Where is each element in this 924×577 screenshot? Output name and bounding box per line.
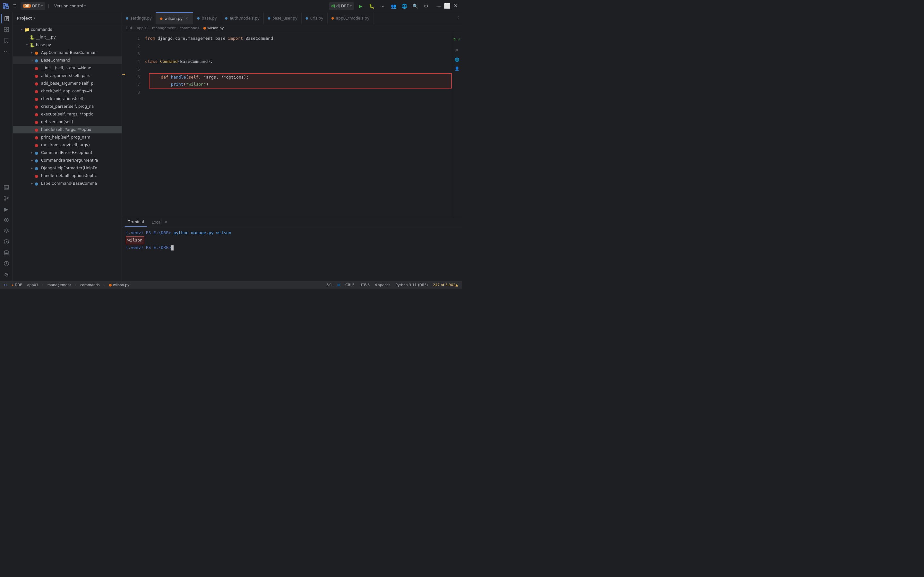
- activity-terminal[interactable]: [1, 182, 11, 192]
- tree-spacer2: ▸: [29, 173, 35, 178]
- status-os-icon[interactable]: ⊞: [336, 283, 341, 287]
- tab-urls[interactable]: ● urls.py: [302, 12, 327, 24]
- sidebar-item-handle-default[interactable]: ▸ ● handle_default_options(optic: [13, 172, 122, 180]
- svg-rect-10: [4, 30, 6, 32]
- breadcrumb-management[interactable]: management: [152, 26, 176, 30]
- status-line-ending[interactable]: CRLF: [344, 283, 355, 287]
- tab-more-button[interactable]: ⋮: [454, 15, 462, 22]
- restore-button[interactable]: ⬜: [443, 2, 451, 10]
- status-left: ↔ ▸ DRF app01 › management › commands › …: [3, 283, 131, 287]
- sidebar-item-print-help[interactable]: ● print_help(self, prog_nam: [13, 134, 122, 141]
- status-position[interactable]: 8:1: [325, 283, 334, 287]
- tab-base-user[interactable]: ● base_user.py: [264, 12, 302, 24]
- activity-run[interactable]: ▶: [1, 204, 11, 214]
- breadcrumb-drf[interactable]: DRF: [126, 26, 133, 30]
- main-area: ⋯ ▶: [0, 12, 462, 281]
- activity-packages[interactable]: [1, 215, 11, 225]
- check-icon[interactable]: ✓: [458, 37, 461, 42]
- sidebar-item-appcommand[interactable]: ▸ ● AppCommand(BaseComman: [13, 49, 122, 56]
- sidebar-item-commanderror[interactable]: ▸ ● CommandError(Exception): [13, 149, 122, 156]
- status-commands[interactable]: commands: [79, 283, 101, 287]
- collab-icon[interactable]: 👥: [389, 2, 398, 11]
- sync-icon[interactable]: ↻: [453, 37, 456, 42]
- sidebar-item-djangohelpformatter[interactable]: ▸ ● DjangoHelpFormatter(HelpFo: [13, 164, 122, 172]
- status-bar: ↔ ▸ DRF app01 › management › commands › …: [0, 281, 462, 288]
- activity-database[interactable]: [1, 248, 11, 258]
- project-selector[interactable]: DR DRF ▾: [21, 2, 45, 10]
- sidebar-item-init-method[interactable]: ● __init__(self, stdout=None: [13, 64, 122, 72]
- svg-point-24: [6, 264, 7, 265]
- settings-icon[interactable]: ⚙: [422, 2, 431, 11]
- status-indent[interactable]: 4 spaces: [373, 283, 392, 287]
- terminal-tab-label: Terminal: [128, 220, 144, 224]
- status-management[interactable]: management: [46, 283, 73, 287]
- vcs-icon[interactable]: [453, 47, 461, 55]
- tab-auth-models[interactable]: ● auth\models.py: [221, 12, 264, 24]
- sidebar-item-labelcommand[interactable]: ▸ ● LabelCommand(BaseComma: [13, 180, 122, 187]
- red-dot-icon: ●: [35, 104, 40, 109]
- sidebar-item-add-arguments[interactable]: ● add_arguments(self, pars: [13, 72, 122, 79]
- activity-git[interactable]: [1, 193, 11, 203]
- activity-bookmarks[interactable]: [1, 35, 11, 45]
- sidebar-item-basecommand[interactable]: ▾ ● BaseCommand: [13, 56, 122, 64]
- sidebar-item-label: create_parser(self, prog_na: [41, 104, 94, 109]
- sidebar-item-base[interactable]: ▾ 🐍 base.py: [13, 41, 122, 49]
- status-app01[interactable]: app01: [26, 283, 40, 287]
- status-notifications[interactable]: 247 of 3,902▲: [432, 283, 460, 287]
- user-icon[interactable]: 👤: [453, 65, 461, 73]
- search-icon[interactable]: 🔍: [411, 2, 420, 11]
- vc-selector[interactable]: Version control ▾: [52, 2, 88, 10]
- status-language[interactable]: Python 3.11 (DRF): [394, 283, 429, 287]
- red-dot-icon: ●: [35, 66, 40, 71]
- tab-app01-models[interactable]: ● app01\models.py: [327, 12, 374, 24]
- code-content[interactable]: from django.core.management.base import …: [142, 32, 452, 217]
- status-wilson[interactable]: ● wilson.py: [108, 283, 131, 287]
- breadcrumb-app01[interactable]: app01: [137, 26, 148, 30]
- sidebar-item-get-version[interactable]: ● get_version(self): [13, 118, 122, 126]
- drf-badge[interactable]: dj dj DRF ▾: [329, 2, 354, 10]
- sidebar-item-label: DjangoHelpFormatter(HelpFo: [41, 166, 97, 170]
- minimize-button[interactable]: —: [435, 2, 443, 10]
- sidebar-item-check[interactable]: ● check(self, app_configs=N: [13, 87, 122, 95]
- breadcrumb: DRF › app01 › management › commands › ● …: [122, 24, 462, 32]
- sidebar-item-check-migrations[interactable]: ● check_migrations(self): [13, 95, 122, 103]
- translate-icon[interactable]: 🌐: [400, 2, 409, 11]
- folder-icon: 📁: [24, 27, 29, 32]
- activity-deploy[interactable]: [1, 237, 11, 247]
- terminal-tab-local[interactable]: Local ✕: [148, 218, 171, 227]
- sidebar-item-handle[interactable]: ● handle(self, *args, **optio: [13, 126, 122, 134]
- svg-point-15: [5, 199, 6, 200]
- sidebar-item-create-parser[interactable]: ● create_parser(self, prog_na: [13, 103, 122, 110]
- tab-settings[interactable]: ● settings.py: [122, 12, 156, 24]
- sidebar-item-add-base-argument[interactable]: ● add_base_argument(self, p: [13, 79, 122, 87]
- breadcrumb-wilson[interactable]: ● wilson.py: [203, 26, 224, 30]
- tab-wilson[interactable]: ● wilson.py ✕: [156, 12, 193, 24]
- terminal-tab-close[interactable]: ✕: [164, 220, 168, 224]
- sidebar-item-run-from-argv[interactable]: ● run_from_argv(self, argv): [13, 141, 122, 149]
- translate-icon2[interactable]: 🌐: [453, 56, 461, 63]
- sidebar-item-commands[interactable]: ▾ 📁 commands: [13, 26, 122, 33]
- breadcrumb-commands[interactable]: commands: [180, 26, 199, 30]
- activity-structure[interactable]: [1, 24, 11, 35]
- terminal-content[interactable]: (.venv) PS E:\DRF> python manage.py wils…: [122, 227, 462, 281]
- activity-layers[interactable]: [1, 226, 11, 236]
- sidebar-item-init[interactable]: ▸ 🐍 __init__.py: [13, 33, 122, 41]
- terminal-tab-terminal[interactable]: Terminal: [124, 218, 147, 227]
- status-drf[interactable]: ▸ DRF: [11, 283, 23, 287]
- more-options-button[interactable]: ⋯: [378, 2, 387, 11]
- run-button[interactable]: ▶: [356, 2, 365, 11]
- activity-problems[interactable]: [1, 258, 11, 269]
- status-git-icon[interactable]: ↔: [3, 283, 8, 287]
- activity-settings2[interactable]: ⚙: [1, 269, 11, 280]
- activity-more[interactable]: ⋯: [1, 46, 11, 56]
- sidebar-item-execute[interactable]: ● execute(self, *args, **optic: [13, 110, 122, 118]
- hamburger-menu[interactable]: ☰: [11, 2, 19, 10]
- tab-close-wilson[interactable]: ✕: [184, 16, 189, 21]
- close-button[interactable]: ✕: [452, 2, 460, 10]
- status-encoding[interactable]: UTF-8: [358, 283, 371, 287]
- code-editor[interactable]: → 1 2 3 4 5 6 7 8 from django.core.manag…: [122, 32, 462, 217]
- tab-base[interactable]: ● base.py: [193, 12, 221, 24]
- sidebar-item-commandparser[interactable]: ▸ ● CommandParser(ArgumentPa: [13, 156, 122, 164]
- activity-explorer[interactable]: [1, 13, 11, 24]
- debug-icon[interactable]: 🐛: [367, 2, 376, 11]
